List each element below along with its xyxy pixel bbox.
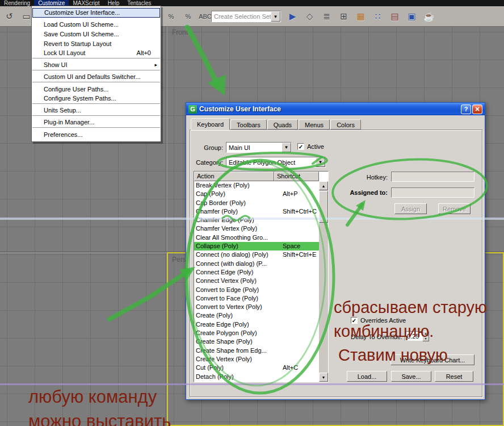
action-row[interactable]: Cap (Poly) Alt+P [194,190,319,198]
assigned-to-field[interactable] [391,187,474,198]
selection-set-value: Create Selection Set [212,13,271,20]
load-button[interactable]: Load... [347,371,387,382]
hotkey-field[interactable] [391,172,474,182]
menu-item[interactable]: Customize User Interface... [32,8,160,18]
action-row[interactable]: Detach (Poly) [194,373,319,381]
render-teapot-icon[interactable]: ☕ [421,9,436,24]
action-row[interactable]: Break Vertex (Poly) [194,181,319,190]
selection-set-combo[interactable]: Create Selection Set ▼ [211,11,281,22]
percent-snap-icon[interactable]: % [163,9,179,24]
assigned-to-label: Assigned to: [343,189,388,196]
tab-quads[interactable]: Quads [267,119,298,130]
spinner-snap-icon[interactable]: % [180,9,196,24]
action-row[interactable]: Create Shape from Edg... [194,346,319,355]
action-row[interactable]: Create Edge (Poly) [194,320,319,329]
schematic-view-icon[interactable]: ▦ [353,9,368,24]
overrides-active-checkbox[interactable]: ✓ Overrides Active [351,317,406,324]
dialog-tabs: Keyboard Toolbars Quads Menus Colors [191,118,362,130]
column-header-shortcut[interactable]: Shortcut [274,172,319,181]
menu-item[interactable]: Configure System Paths... [32,94,160,104]
action-row[interactable]: Create Vertex (Poly) [194,355,319,364]
action-row[interactable]: Clear All Smoothing Gro... [194,233,319,242]
spin-up-icon[interactable]: ▲ [422,331,429,336]
curve-editor-icon[interactable]: ⊞ [336,9,351,24]
checkbox-check-icon: ✓ [351,317,358,324]
action-row[interactable]: Create Shape (Poly) [194,337,319,346]
action-row[interactable]: Chamfer (Poly) Shift+Ctrl+C [194,207,319,216]
action-row[interactable]: Convert to Face (Poly) [194,294,319,303]
delay-to-override-label: Delay To Override: [351,333,402,340]
action-row[interactable]: Connect (with dialog) (P... [194,260,319,268]
action-row[interactable]: Connect Edge (Poly) [194,268,319,277]
help-button[interactable]: ? [461,105,471,114]
mirror-icon[interactable]: ◇ [302,9,317,24]
menu-item[interactable]: Custom UI and Defaults Switcher... [32,73,160,82]
menu-item[interactable]: Lock UI Layout Alt+0 [32,49,160,59]
scroll-down-icon[interactable]: ▼ [319,373,328,382]
action-row[interactable]: Collapse (Poly) Space [194,242,319,250]
scrollbar-thumb[interactable] [319,191,328,223]
active-checkbox[interactable]: ✓ Active [297,143,324,150]
write-keyboard-chart-button[interactable]: Write Keyboard Chart... [390,354,474,365]
rename-objects-icon[interactable]: ABC [198,9,213,24]
action-list-body: Break Vertex (Poly) Cap (Poly) Alt+P Cap… [194,181,319,382]
menu-item[interactable]: Preferences... [32,130,160,140]
dialog-title: Customize User Interface [199,105,460,113]
spin-down-icon[interactable]: ▼ [422,336,429,341]
screen: Front Persp Rendering Customize MAXScrip… [0,0,504,426]
column-header-action[interactable]: Action [194,172,274,181]
group-dropdown[interactable]: Main UI ▼ [226,142,292,153]
action-row[interactable]: Convert to Edge (Poly) [194,286,319,294]
menu-item[interactable]: Save Custom UI Scheme... [32,30,160,39]
chevron-down-icon[interactable]: ▼ [282,143,291,152]
render-frame-icon[interactable]: ▣ [404,9,419,24]
hotkey-label: Hotkey: [354,174,388,181]
menu-item[interactable]: Revert to Startup Layout [32,39,160,49]
tab-keyboard[interactable]: Keyboard [191,118,230,130]
delay-to-override-field[interactable]: 0.25 [405,331,422,341]
category-dropdown[interactable]: Editable Polygon Object ▼ [226,157,326,168]
close-button[interactable]: ✕ [472,105,482,114]
tab-colors[interactable]: Colors [330,119,361,130]
list-scrollbar[interactable]: ▲ ▼ [319,181,328,382]
action-row[interactable]: Convert to Vertex (Poly) [194,303,319,311]
action-list: Action Shortcut Break Vertex (Poly) Cap … [194,171,329,382]
action-row[interactable]: Cut (Poly) Alt+C [194,364,319,372]
action-row[interactable]: Chamfer Vertex (Poly) [194,224,319,233]
layer-manager-icon[interactable]: ≣ [319,9,334,24]
toolbar-mid-group: % % ABC [163,9,213,24]
toolbar-right-group: ▶ ◇ ≣ ⊞ ▦ ∷ ▤ ▣ ☕ [285,9,436,24]
scroll-up-icon[interactable]: ▲ [319,181,328,190]
menu-item[interactable]: Plug-in Manager... [32,118,160,128]
chevron-down-icon[interactable]: ▼ [316,157,325,167]
reset-button[interactable]: Reset [435,371,473,382]
align-icon[interactable]: ▶ [285,9,300,24]
customize-user-interface-dialog: G Customize User Interface ? ✕ Keyboard … [186,102,485,400]
dialog-titlebar[interactable]: G Customize User Interface ? ✕ [186,103,485,115]
menu-title-rendering[interactable]: Rendering [0,0,34,6]
action-row[interactable]: Connect (no dialog) (Poly) Shift+Ctrl+E [194,250,319,259]
menu-item[interactable]: Show UI ▸ [32,61,160,70]
viewport-label-front[interactable]: Front [172,28,188,36]
undo-icon[interactable]: ↺ [2,9,17,24]
chevron-down-icon[interactable]: ▼ [271,11,280,22]
material-editor-icon[interactable]: ∷ [370,9,385,24]
menu-item[interactable]: Configure User Paths... [32,85,160,94]
action-row[interactable]: Connect Vertex (Poly) [194,277,319,285]
action-row[interactable]: Cap Border (Poly) [194,199,319,207]
assign-button[interactable]: Assign [394,203,427,214]
save-button[interactable]: Save... [391,371,431,382]
action-row[interactable]: Create (Poly) [194,311,319,320]
render-setup-icon[interactable]: ▤ [387,9,402,24]
tab-menus[interactable]: Menus [299,119,330,130]
menu-item[interactable]: Load Custom UI Scheme... [32,20,160,30]
checkbox-check-icon: ✓ [297,143,304,150]
action-row[interactable]: Create Polygon (Poly) [194,329,319,337]
remove-button[interactable]: Remove [438,203,471,214]
app-icon: G [188,105,197,114]
tab-toolbars[interactable]: Toolbars [230,119,267,130]
menu-item[interactable]: Units Setup... [32,106,160,116]
action-row[interactable]: Chamfer Edge (Poly) [194,216,319,224]
customize-menu: Customize User Interface... Load Custom … [31,6,161,142]
delay-spinner: ▲ ▼ [422,331,429,341]
